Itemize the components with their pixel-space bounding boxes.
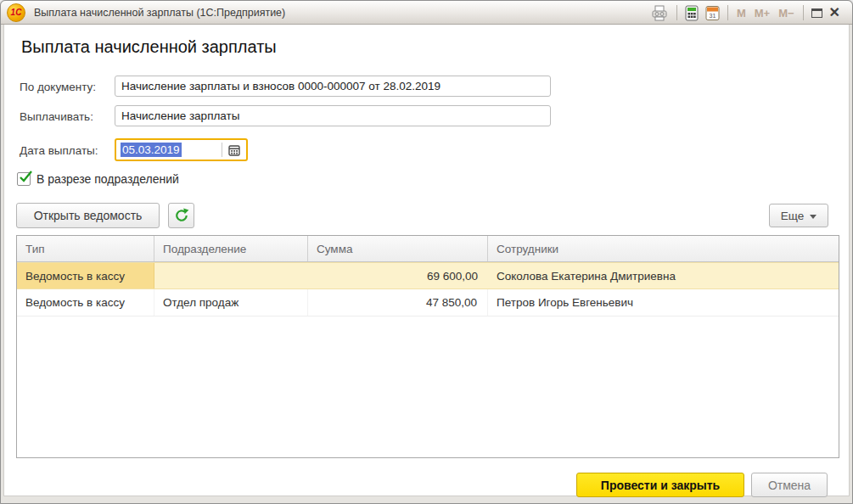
memory-m-button[interactable]: M <box>732 3 750 22</box>
date-picker-calendar-icon <box>228 144 240 156</box>
1c-logo-icon: 1С <box>7 3 25 22</box>
print-icon[interactable] <box>647 3 672 22</box>
more-button[interactable]: Еще <box>769 204 828 227</box>
departments-checkbox[interactable] <box>17 172 31 186</box>
statements-table: Тип Подразделение Сумма Сотрудники Ведом… <box>16 235 839 458</box>
calculator-icon[interactable] <box>682 3 702 22</box>
app-window: 1С Выплата начисленной зарплаты (1С:Пред… <box>0 0 853 504</box>
document-input[interactable]: Начисление зарплаты и взносов 0000-00000… <box>115 76 551 97</box>
more-button-label: Еще <box>781 210 804 222</box>
restore-window-button[interactable] <box>808 3 826 22</box>
calendar-day-number: 31 <box>710 12 716 18</box>
pay-label: Выплачивать: <box>20 110 93 123</box>
column-header-employees[interactable]: Сотрудники <box>488 236 839 261</box>
departments-checkbox-row: В разрезе подразделений <box>17 172 179 186</box>
memory-m-minus-button[interactable]: M− <box>774 3 798 22</box>
pay-input[interactable]: Начисление зарплаты <box>115 105 551 126</box>
open-statement-button[interactable]: Открыть ведомость <box>16 203 160 228</box>
cell-amount[interactable]: 69 600,00 <box>308 263 488 288</box>
table-row[interactable]: Ведомость в кассу 69 600,00 Соколова Ека… <box>17 262 839 289</box>
departments-checkbox-label[interactable]: В разрезе подразделений <box>36 172 179 186</box>
page-title: Выплата начисленной зарплаты <box>21 37 277 57</box>
date-picker-button[interactable] <box>222 140 246 160</box>
column-header-amount[interactable]: Сумма <box>308 236 488 261</box>
cancel-button[interactable]: Отмена <box>751 473 828 497</box>
refresh-button[interactable] <box>168 203 194 228</box>
restore-icon <box>811 8 822 18</box>
post-and-close-button[interactable]: Провести и закрыть <box>576 473 744 497</box>
title-bar: 1С Выплата начисленной зарплаты (1С:Пред… <box>1 1 852 25</box>
titlebar-separator <box>727 5 728 20</box>
cell-department[interactable] <box>154 263 308 288</box>
cell-type[interactable]: Ведомость в кассу <box>17 263 154 288</box>
date-input[interactable]: 05.03.2019 <box>115 138 248 161</box>
form-content: Выплата начисленной зарплаты По документ… <box>3 25 850 496</box>
chevron-down-icon <box>810 215 817 219</box>
column-header-department[interactable]: Подразделение <box>154 236 308 261</box>
checkmark-icon <box>19 171 33 185</box>
cell-department[interactable]: Отдел продаж <box>154 289 308 316</box>
titlebar-separator <box>803 5 804 20</box>
window-title: Выплата начисленной зарплаты (1С:Предпри… <box>34 7 285 19</box>
column-header-type[interactable]: Тип <box>17 236 154 261</box>
cell-amount[interactable]: 47 850,00 <box>308 289 488 316</box>
calendar-icon[interactable]: 31 <box>702 3 723 22</box>
table-header: Тип Подразделение Сумма Сотрудники <box>17 236 839 262</box>
date-value-selected: 05.03.2019 <box>121 143 182 157</box>
titlebar-separator <box>676 5 677 20</box>
titlebar-controls: 31 M M+ M− ✕ <box>647 1 844 25</box>
date-label: Дата выплаты: <box>20 144 98 157</box>
refresh-icon <box>174 208 189 223</box>
cell-employees[interactable]: Соколова Екатерина Дмитриевна <box>488 263 839 288</box>
cell-type[interactable]: Ведомость в кассу <box>17 289 154 316</box>
document-label: По документу: <box>20 81 96 93</box>
cell-employees[interactable]: Петров Игорь Евгеньевич <box>488 289 839 316</box>
memory-m-plus-button[interactable]: M+ <box>750 3 774 22</box>
close-icon: ✕ <box>829 6 840 20</box>
close-window-button[interactable]: ✕ <box>826 3 844 22</box>
table-row[interactable]: Ведомость в кассу Отдел продаж 47 850,00… <box>17 289 839 316</box>
